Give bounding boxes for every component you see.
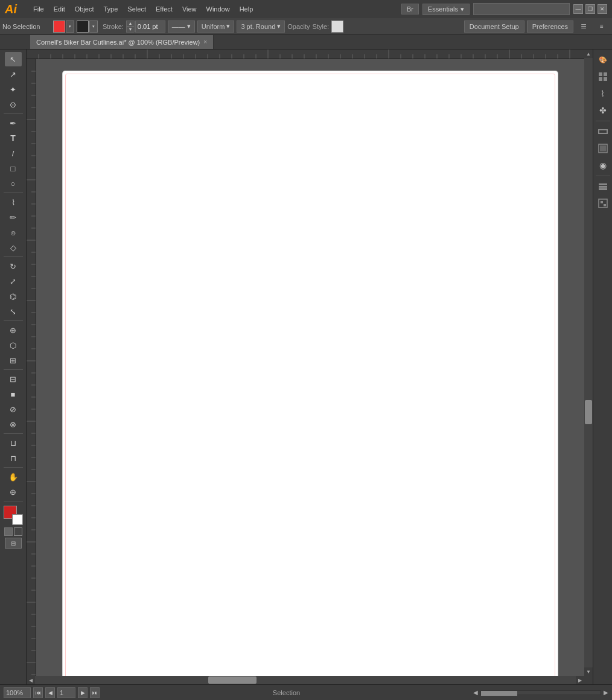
mask-mode-btn[interactable] — [14, 527, 22, 536]
canvas-area[interactable]: ▲ ▼ ◀ ▶ — [27, 49, 593, 684]
close-button[interactable]: ✕ — [598, 4, 607, 14]
mesh-tool[interactable]: ⊟ — [5, 372, 22, 386]
appearance-panel-icon[interactable]: ◉ — [595, 158, 611, 173]
canvas-scroll[interactable] — [36, 59, 584, 676]
artboards-panel-icon[interactable] — [595, 196, 611, 211]
scroll-right-arrow[interactable]: ▶ — [604, 689, 608, 696]
bridge-button[interactable]: Br — [401, 4, 419, 14]
stroke-up[interactable]: ▲ — [126, 21, 135, 27]
direct-selection-tool[interactable]: ↗ — [5, 67, 22, 81]
status-mode-label: Selection — [102, 689, 471, 696]
fill-dropdown[interactable]: ▾ — [66, 21, 74, 33]
blend-tool[interactable]: ⊗ — [5, 417, 22, 431]
gradient-tool[interactable]: ■ — [5, 387, 22, 401]
h-scroll-thumb[interactable] — [208, 676, 257, 684]
pencil-tool[interactable]: ✏ — [5, 210, 22, 224]
v-scroll-down[interactable]: ▼ — [584, 667, 593, 676]
warp-tool[interactable]: ⌬ — [5, 289, 22, 304]
magic-wand-tool[interactable]: ✦ — [5, 82, 22, 97]
perspective-tool[interactable]: ⊞ — [5, 353, 22, 368]
stroke-value-input[interactable] — [135, 21, 165, 33]
vertical-scrollbar[interactable]: ▲ ▼ — [584, 49, 593, 676]
style-swatch[interactable] — [331, 21, 343, 33]
graphic-styles-icon[interactable] — [595, 141, 611, 156]
stroke-dropdown[interactable]: ▾ — [89, 21, 98, 33]
crop-image-tool[interactable]: ⊓ — [5, 451, 22, 465]
menu-edit[interactable]: Edit — [49, 4, 69, 14]
scale-tool[interactable]: ⤢ — [5, 274, 22, 288]
artboard[interactable] — [63, 71, 558, 676]
swatches-panel-icon[interactable] — [595, 69, 611, 84]
status-scroll-bar[interactable] — [480, 690, 601, 695]
ellipse-tool[interactable]: ○ — [5, 176, 22, 191]
tool-separator-8 — [4, 501, 23, 501]
type-tool[interactable]: T — [5, 131, 22, 145]
free-transform-tool[interactable]: ⤡ — [5, 304, 22, 319]
menu-effect[interactable]: Effect — [151, 4, 177, 14]
cap-style-button[interactable]: 3 pt. Round ▾ — [237, 21, 285, 33]
blob-brush-tool[interactable]: ⌾ — [5, 225, 22, 240]
menu-select[interactable]: Select — [123, 4, 150, 14]
artboard-number-input[interactable] — [57, 687, 75, 698]
paintbrush-tool[interactable]: ⌇ — [5, 195, 22, 209]
symbols-panel-icon[interactable]: ✤ — [595, 103, 611, 118]
stroke-swatch[interactable] — [77, 21, 89, 33]
restore-button[interactable]: ❐ — [585, 4, 595, 14]
rotate-tool[interactable]: ↻ — [5, 259, 22, 273]
layers-panel-icon[interactable] — [595, 179, 611, 194]
menu-view[interactable]: View — [178, 4, 201, 14]
menu-help[interactable]: Help — [235, 4, 258, 14]
minimize-button[interactable]: — — [573, 4, 583, 14]
pen-tool[interactable]: ✒ — [5, 116, 22, 130]
stroke-input-group: ▲ ▼ — [126, 21, 165, 33]
panel-menu-button[interactable]: ≡ — [594, 19, 610, 34]
ai-logo: Ai — [5, 2, 27, 16]
doc-setup-button[interactable]: Document Setup — [464, 21, 524, 33]
hand-tool[interactable]: ✋ — [5, 469, 22, 484]
selection-tool[interactable]: ↖ — [5, 52, 22, 66]
prev-artboard-button[interactable]: ◀ — [45, 687, 55, 698]
eyedropper-tool[interactable]: ⊘ — [5, 402, 22, 416]
tool-separator-6 — [4, 433, 23, 434]
slice-tool[interactable]: ⊔ — [5, 436, 22, 450]
lasso-tool[interactable]: ⊙ — [5, 97, 22, 112]
uniform-button[interactable]: Uniform ▾ — [197, 21, 235, 33]
screen-mode-button[interactable]: ⊟ — [5, 538, 22, 549]
line-tool[interactable]: / — [5, 146, 22, 161]
fill-swatch[interactable] — [53, 21, 65, 33]
h-scroll-left[interactable]: ◀ — [27, 676, 35, 684]
normal-mode-btn[interactable] — [4, 527, 13, 536]
next-artboard-button[interactable]: ▶ — [78, 687, 88, 698]
color-panel-icon[interactable]: 🎨 — [595, 52, 611, 68]
eraser-tool[interactable]: ◇ — [5, 240, 22, 255]
search-input[interactable] — [473, 3, 570, 15]
h-scroll-right[interactable]: ▶ — [576, 676, 584, 684]
last-artboard-button[interactable]: ⏭ — [90, 687, 100, 698]
workspace-button[interactable]: Essentials ▾ — [422, 4, 470, 15]
rect-tool[interactable]: □ — [5, 161, 22, 176]
zoom-input[interactable] — [4, 687, 31, 698]
status-scroll-thumb[interactable] — [481, 691, 517, 696]
tab-close-icon[interactable]: × — [203, 39, 207, 45]
shape-builder-tool[interactable]: ⊕ — [5, 323, 22, 337]
v-scroll-thumb[interactable] — [585, 400, 592, 424]
v-scroll-up[interactable]: ▲ — [584, 49, 593, 58]
live-paint-tool[interactable]: ⬡ — [5, 338, 22, 352]
menu-object[interactable]: Object — [71, 4, 98, 14]
menu-type[interactable]: Type — [100, 4, 123, 14]
zoom-tool[interactable]: ⊕ — [5, 485, 22, 499]
document-tab[interactable]: Cornell's Biker Bar Cutlines.ai* @ 100% … — [30, 35, 214, 49]
first-artboard-button[interactable]: ⏮ — [33, 687, 43, 698]
stroke-panel-icon[interactable] — [595, 124, 611, 139]
right-panel: 🎨 ⌇ ✤ ◉ — [593, 49, 612, 684]
horizontal-scrollbar[interactable]: ◀ ▶ — [27, 676, 584, 684]
background-color[interactable] — [12, 514, 23, 525]
brushes-panel-icon[interactable]: ⌇ — [595, 86, 611, 101]
stroke-down[interactable]: ▼ — [126, 27, 135, 33]
panel-toggle-button[interactable]: ≡ — [576, 19, 591, 34]
menu-window[interactable]: Window — [202, 4, 234, 14]
preferences-button[interactable]: Preferences — [527, 21, 573, 33]
line-style-button[interactable]: —— ▾ — [168, 21, 195, 33]
scroll-left-arrow[interactable]: ◀ — [473, 689, 478, 696]
menu-file[interactable]: File — [29, 4, 48, 14]
